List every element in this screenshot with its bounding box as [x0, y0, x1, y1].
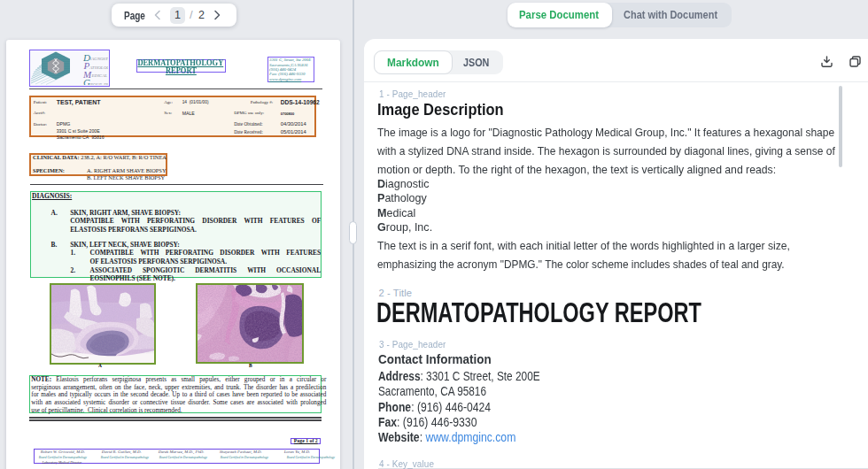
svg-text:G: G [83, 77, 90, 85]
svg-text:EDICAL: EDICAL [91, 73, 108, 78]
svg-text:ATHOLOGY: ATHOLOGY [89, 65, 108, 69]
svg-text:IAGNOSTIC: IAGNOSTIC [89, 57, 108, 61]
svg-text:ROUP, INC.: ROUP, INC. [89, 82, 108, 85]
